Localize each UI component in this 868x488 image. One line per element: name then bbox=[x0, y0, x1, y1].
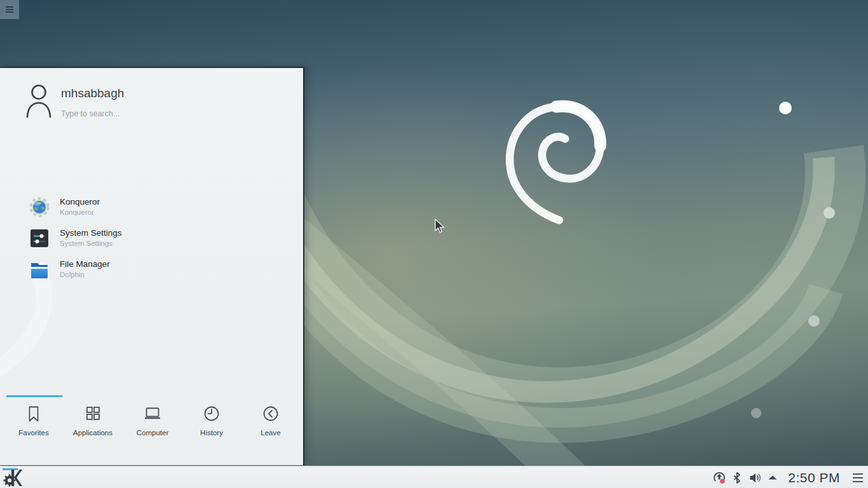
hamburger-icon bbox=[6, 5, 13, 14]
tab-label: History bbox=[182, 429, 241, 437]
bluetooth-icon[interactable] bbox=[730, 471, 744, 485]
user-outline-icon bbox=[24, 83, 53, 118]
app-item-system-settings[interactable]: System Settings System Settings bbox=[0, 225, 303, 252]
panel-settings-menu-button[interactable] bbox=[851, 471, 864, 485]
wallpaper-dot bbox=[808, 315, 820, 327]
active-tab-indicator bbox=[6, 395, 62, 397]
app-title: Konqueror bbox=[60, 197, 100, 207]
wallpaper-dot bbox=[824, 207, 835, 219]
search-input[interactable]: Type to search... bbox=[61, 109, 124, 118]
konqueror-globe-icon bbox=[29, 197, 50, 217]
tab-favorites[interactable]: Favorites bbox=[4, 404, 63, 437]
app-subtitle: Dolphin bbox=[60, 271, 110, 280]
app-item-konqueror[interactable]: Konqueror Konqueror bbox=[0, 194, 303, 220]
app-subtitle: Konqueror bbox=[60, 208, 100, 217]
wallpaper-dot bbox=[751, 408, 761, 418]
tab-history[interactable]: History bbox=[182, 404, 241, 437]
tab-label: Leave bbox=[241, 429, 300, 437]
tab-applications[interactable]: Applications bbox=[64, 404, 122, 437]
desktop-toolbox-button[interactable] bbox=[0, 0, 19, 19]
bookmark-icon bbox=[24, 404, 43, 423]
expand-tray-arrow-icon[interactable] bbox=[766, 471, 780, 485]
favorites-app-list: Konqueror Konqueror System Settings Syst… bbox=[0, 194, 303, 283]
volume-icon[interactable] bbox=[748, 471, 762, 485]
tab-leave[interactable]: Leave bbox=[241, 404, 300, 437]
tab-computer[interactable]: Computer bbox=[123, 404, 182, 437]
app-grid-icon bbox=[83, 404, 102, 423]
taskbar-clock[interactable]: 2:50 PM bbox=[788, 470, 840, 485]
debian-swirl-logo bbox=[510, 106, 600, 220]
app-title: System Settings bbox=[60, 228, 122, 238]
app-subtitle: System Settings bbox=[60, 240, 122, 248]
launcher-tab-bar: Favorites Applications Computer bbox=[0, 404, 303, 454]
blue-folder-icon bbox=[29, 259, 50, 280]
system-settings-sliders-icon bbox=[29, 228, 50, 248]
launcher-header: mhsabbagh Type to search... bbox=[24, 83, 124, 118]
tab-label: Computer bbox=[123, 429, 182, 437]
system-tray: 2:50 PM bbox=[710, 466, 864, 488]
leave-back-icon bbox=[261, 404, 280, 423]
laptop-icon bbox=[143, 404, 162, 423]
wallpaper-dot bbox=[779, 102, 792, 114]
kickoff-launcher-panel: mhsabbagh Type to search... Konqueror Ko… bbox=[0, 67, 304, 465]
app-title: File Manager bbox=[60, 259, 110, 269]
kde-logo-icon[interactable] bbox=[3, 468, 23, 487]
clock-icon bbox=[202, 404, 221, 423]
tab-label: Applications bbox=[64, 429, 122, 437]
username: mhsabbagh bbox=[61, 86, 124, 100]
taskbar-panel: 2:50 PM bbox=[0, 466, 868, 488]
software-updates-icon[interactable] bbox=[712, 471, 726, 485]
app-item-file-manager[interactable]: File Manager Dolphin bbox=[0, 256, 303, 283]
tab-label: Favorites bbox=[4, 429, 63, 437]
